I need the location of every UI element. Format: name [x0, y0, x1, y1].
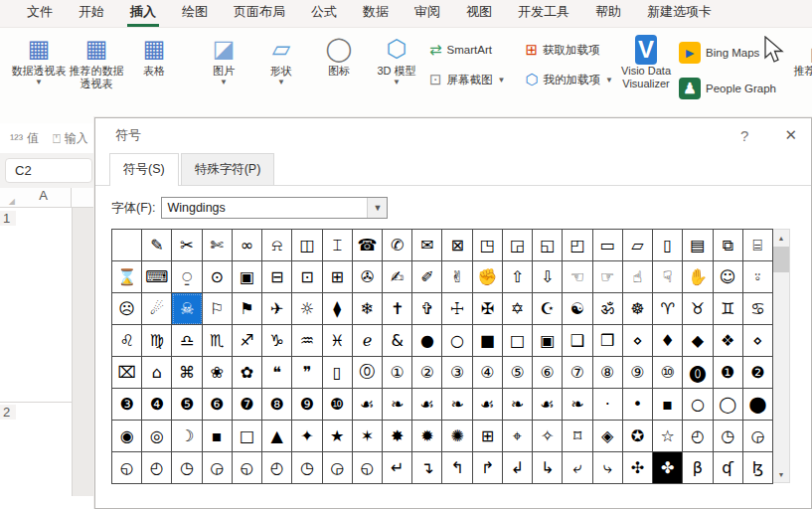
symbol-cell[interactable]: ▭ — [593, 230, 623, 261]
symbol-cell[interactable]: ⊟ — [262, 261, 292, 293]
ribbon-button-screenshot[interactable]: ⊡屏幕截图▼ — [425, 70, 510, 89]
symbol-cell[interactable]: ❀ — [203, 357, 233, 389]
symbol-cell[interactable]: ○ — [442, 325, 472, 357]
row-header-1[interactable]: 1 — [0, 211, 16, 226]
symbol-cell[interactable]: ⤷ — [593, 452, 623, 484]
symbol-cell[interactable]: ❒ — [593, 325, 623, 357]
symbol-cell[interactable]: ⌖ — [503, 421, 533, 452]
symbol-cell[interactable]: ⑦ — [563, 357, 592, 389]
symbol-cell[interactable]: ʠ — [714, 452, 743, 484]
symbol-cell[interactable]: ⚐ — [203, 293, 233, 325]
symbol-cell[interactable]: ⧫ — [323, 293, 353, 325]
symbol-cell[interactable]: ▱ — [623, 230, 653, 261]
symbol-cell[interactable]: ◎ — [142, 421, 172, 452]
symbol-cell[interactable]: ✸ — [383, 421, 412, 452]
scrollbar-track[interactable] — [773, 273, 789, 466]
symbol-cell[interactable]: ɮ — [743, 452, 773, 484]
symbol-cell[interactable]: ✺ — [442, 421, 472, 452]
symbol-cell[interactable]: ♋ — [743, 293, 773, 325]
symbol-cell[interactable]: ♐ — [233, 325, 262, 357]
symbol-cell[interactable]: ◷ — [172, 452, 202, 484]
symbol-cell[interactable]: ❑ — [563, 325, 592, 357]
row-header-2[interactable]: 2 — [0, 405, 16, 420]
symbol-cell[interactable]: ❧ — [503, 389, 533, 421]
symbol-cell[interactable]: ☟ — [653, 261, 683, 293]
ribbon-button-recommended-chart[interactable]: ▟推荐的图表 — [792, 32, 812, 81]
symbol-cell[interactable]: ◴ — [142, 452, 172, 484]
paste-values-button[interactable]: ¹²³ 值 — [10, 130, 39, 147]
symbol-cell[interactable]: ✇ — [353, 261, 383, 293]
symbol-cell[interactable]: ❖ — [714, 325, 743, 357]
symbol-cell[interactable]: ◈ — [593, 421, 623, 452]
symbol-cell[interactable] — [112, 230, 142, 261]
symbol-cell[interactable]: ❷ — [743, 357, 773, 389]
symbol-cell[interactable]: ✪ — [623, 421, 653, 452]
symbol-cell[interactable]: ☪ — [533, 293, 563, 325]
symbol-cell[interactable]: ✆ — [383, 230, 412, 261]
ribbon-button-get-addins[interactable]: ⊞获取加载项 — [522, 40, 618, 60]
symbol-cell[interactable]: ↱ — [473, 452, 503, 484]
symbol-cell[interactable]: ⤶ — [563, 452, 592, 484]
symbol-cell[interactable]: ℯ — [353, 325, 383, 357]
symbol-cell[interactable]: ♈ — [653, 293, 683, 325]
symbol-cell[interactable]: ❽ — [262, 389, 292, 421]
scrollbar-down-button[interactable]: ▼ — [773, 466, 789, 482]
scrollbar-up-button[interactable]: ▲ — [773, 230, 789, 246]
symbol-cell[interactable]: ⋄ — [743, 325, 773, 357]
symbol-cell[interactable]: ✹ — [412, 421, 442, 452]
symbol-cell[interactable]: ❿ — [323, 389, 353, 421]
symbol-cell[interactable]: ♊ — [714, 293, 743, 325]
symbol-cell[interactable]: ☙ — [353, 389, 383, 421]
symbol-cell[interactable]: ⓪ — [353, 357, 383, 389]
symbol-cell[interactable]: & — [383, 325, 412, 357]
symbol-cell[interactable]: ◴ — [262, 452, 292, 484]
name-box[interactable]: C2 — [5, 158, 92, 183]
symbol-cell[interactable]: ↴ — [412, 452, 442, 484]
dialog-titlebar[interactable]: 符号 ? ✕ — [95, 118, 811, 152]
symbol-cell[interactable]: ◴ — [683, 421, 713, 452]
symbol-cell[interactable]: ⬤ — [743, 389, 773, 421]
symbol-cell[interactable]: ❧ — [563, 389, 592, 421]
symbol-cell[interactable]: ☎ — [353, 230, 383, 261]
symbol-cell[interactable]: · — [593, 389, 623, 421]
symbol-cell[interactable]: ☄ — [142, 293, 172, 325]
symbol-cell[interactable]: ❝ — [262, 357, 292, 389]
symbol-cell[interactable]: ⑥ — [533, 357, 563, 389]
symbol-cell[interactable]: ✎ — [142, 230, 172, 261]
symbol-cell[interactable]: ❺ — [172, 389, 202, 421]
symbol-cell[interactable]: • — [623, 389, 653, 421]
ribbon-tab-11[interactable]: 新建选项卡 — [634, 0, 725, 27]
symbol-cell[interactable]: ✍ — [383, 261, 412, 293]
symbol-cell[interactable]: ▪ — [653, 389, 683, 421]
symbol-cell[interactable]: ❄ — [353, 293, 383, 325]
symbol-cell[interactable]: ✧ — [533, 421, 563, 452]
ribbon-tab-5[interactable]: 公式 — [298, 0, 350, 27]
symbol-cell[interactable]: ❞ — [292, 357, 322, 389]
symbol-cell[interactable]: ⊙ — [203, 261, 233, 293]
symbol-cell[interactable]: ◷ — [292, 452, 322, 484]
symbol-cell[interactable]: ☙ — [412, 389, 442, 421]
symbol-cell[interactable]: ♦ — [653, 325, 683, 357]
symbol-cell[interactable]: ☙ — [533, 389, 563, 421]
symbol-cell[interactable]: ◵ — [233, 452, 262, 484]
symbol-cell[interactable]: ⑩ — [653, 357, 683, 389]
symbol-cell[interactable]: ⑤ — [503, 357, 533, 389]
ribbon-button-icons[interactable]: ◯图标 — [310, 32, 368, 81]
symbol-cell[interactable]: ◰ — [563, 230, 592, 261]
symbol-cell[interactable]: ◆ — [683, 325, 713, 357]
ribbon-button-table[interactable]: ▦表格 — [125, 32, 183, 81]
ribbon-tab-1[interactable]: 开始 — [66, 0, 117, 27]
symbol-cell[interactable]: ⊠ — [442, 230, 472, 261]
symbol-cell[interactable]: ↰ — [442, 452, 472, 484]
symbol-cell[interactable]: ✐ — [412, 261, 442, 293]
symbol-cell[interactable]: ❧ — [442, 389, 472, 421]
symbol-cell[interactable]: ◳ — [473, 230, 503, 261]
ribbon-tab-2[interactable]: 插入 — [117, 0, 169, 27]
symbol-cell[interactable]: ⌂ — [142, 357, 172, 389]
symbol-cell[interactable]: ☩ — [442, 293, 472, 325]
symbol-cell[interactable]: ② — [412, 357, 442, 389]
symbol-cell[interactable]: ☯ — [563, 293, 592, 325]
ribbon-button-my-addins[interactable]: ⬡我的加载项▼ — [522, 70, 618, 89]
symbol-cell[interactable]: ◶ — [203, 452, 233, 484]
symbol-cell[interactable]: ⑧ — [593, 357, 623, 389]
